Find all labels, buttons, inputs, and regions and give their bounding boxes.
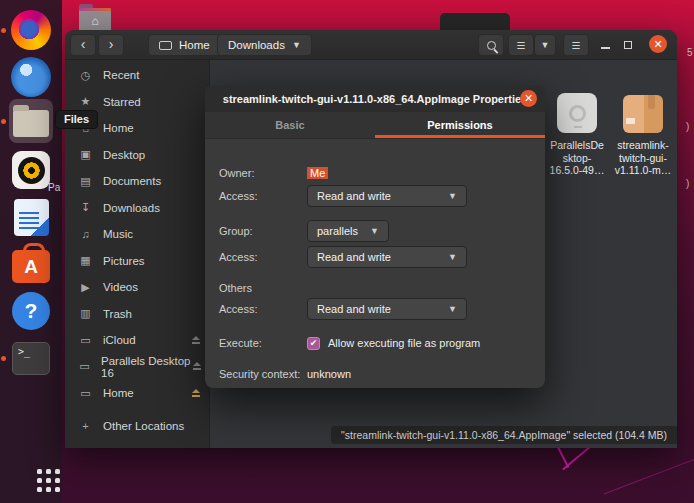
ubuntu-software-icon: A [12,250,50,283]
owner-access-dropdown[interactable]: Read and write ▼ [307,185,467,207]
group-dropdown[interactable]: parallels ▼ [307,220,389,242]
dock-item-help[interactable]: ? [9,289,53,333]
rhythmbox-icon [12,151,50,189]
dock-item-ubuntu-software[interactable]: A [9,242,53,286]
star-icon: ★ [78,95,93,108]
others-section: Others [219,280,531,296]
chevron-down-icon: ▼ [448,252,457,262]
sidebar-item-home-drive[interactable]: ▭Home [65,380,209,407]
others-access-dropdown[interactable]: Read and write ▼ [307,298,467,320]
dock-item-terminal[interactable]: >_ [9,336,53,380]
dock-item-thunderbird[interactable] [9,55,53,99]
sidebar-item-icloud[interactable]: ▭iCloud [65,327,209,354]
sidebar-item-label: Desktop [103,149,145,161]
drive-icon: ▭ [78,360,91,373]
file-streamlink-appimage[interactable]: streamlink- twitch-gui- v1.11.0-m… [612,93,674,177]
minimize-button[interactable] [601,47,610,49]
access-label: Access: [219,251,307,263]
owner-access-row: Access: Read and write ▼ [219,185,531,207]
running-indicator [1,28,6,33]
maximize-button[interactable] [624,41,632,49]
breadcrumb-home-label: Home [179,39,210,51]
file-label: streamlink- twitch-gui- v1.11.0-m… [615,139,671,177]
access-label: Access: [219,190,307,202]
desktop-icon: ▣ [78,148,93,161]
recent-icon: ◷ [78,69,93,82]
background-window-tab[interactable] [440,13,510,31]
dialog-close-button[interactable]: ✕ [520,90,537,107]
search-button[interactable] [478,34,504,56]
dock-tooltip: Files [55,110,98,129]
show-applications-button[interactable] [37,469,60,492]
window-headerbar: ‹ › Home Downloads ▼ ☰ ▼ ☰ [65,30,677,60]
trash-icon: ▥ [78,307,93,320]
desktop-label-fragment: ) [686,121,689,132]
sidebar-item-recent[interactable]: ◷Recent [65,62,209,89]
appimage-package-icon [623,95,663,133]
sidebar-item-label: Home [103,122,134,134]
desktop-label-fragment: 5 [687,47,693,58]
wallpaper-streak [604,451,694,495]
execute-row: Execute: ✔ Allow executing file as progr… [219,334,531,352]
dialog-body: Owner: Me Access: Read and write ▼ Group… [205,139,545,388]
dialog-tabs: Basic Permissions [205,112,545,139]
sidebar-item-trash[interactable]: ▥Trash [65,301,209,328]
desktop: ⌂ Pa 5 ) ) A ? >_ [0,0,694,503]
sidebar-item-music[interactable]: ♫Music [65,221,209,248]
sidebar-item-other-locations[interactable]: +Other Locations [65,413,209,440]
access-label: Access: [219,303,307,315]
sidebar-item-label: iCloud [103,334,136,346]
others-access-row: Access: Read and write ▼ [219,298,531,320]
dropdown-value: Read and write [317,251,391,263]
dialog-titlebar[interactable]: streamlink-twitch-gui-v1.11.0-x86_64.App… [205,85,545,112]
dock-item-rhythmbox[interactable] [9,148,53,192]
sidebar-item-parallels-desktop-16[interactable]: ▭Parallels Desktop 16 [65,354,209,381]
dock-item-libreoffice-writer[interactable] [9,195,53,239]
libreoffice-writer-icon [14,199,49,236]
sidebar-item-desktop[interactable]: ▣Desktop [65,142,209,169]
eject-icon[interactable] [192,362,201,371]
list-view-icon: ☰ [517,40,526,51]
running-indicator [1,119,6,124]
tab-permissions[interactable]: Permissions [375,112,545,138]
drive-icon: ▭ [78,387,93,400]
downloads-icon: ↧ [78,201,93,214]
view-options-button[interactable]: ▼ [534,34,556,56]
desktop-label-fragment: ) [686,178,689,189]
chevron-down-icon: ▼ [448,191,457,201]
eject-icon[interactable] [191,389,201,398]
security-context-value: unknown [307,368,351,380]
sidebar-item-pictures[interactable]: ▦Pictures [65,248,209,275]
window-menu-button[interactable]: ☰ [563,34,589,56]
sidebar-item-videos[interactable]: ▶Videos [65,274,209,301]
eject-icon[interactable] [191,336,201,345]
owner-value: Me [307,167,328,179]
list-view-button[interactable]: ☰ [508,34,534,56]
dock-item-files[interactable] [9,99,53,143]
chevron-down-icon: ▼ [448,304,457,314]
back-button[interactable]: ‹ [70,34,96,56]
breadcrumb-downloads-button[interactable]: Downloads ▼ [217,34,312,56]
execute-label: Execute: [219,337,307,349]
tab-basic[interactable]: Basic [205,112,375,138]
sidebar-item-label: Other Locations [103,420,184,432]
security-context-row: Security context: unknown [219,366,531,382]
dock-item-firefox[interactable] [9,8,53,52]
dialog-title: streamlink-twitch-gui-v1.11.0-x86_64.App… [223,93,527,105]
chevron-down-icon: ▼ [292,40,301,50]
sidebar-item-documents[interactable]: ▤Documents [65,168,209,195]
sidebar-item-label: Recent [103,69,139,81]
dropdown-value: Read and write [317,190,391,202]
sidebar-item-label: Videos [103,281,138,293]
thunderbird-icon [11,57,51,97]
breadcrumb-home-button[interactable]: Home [148,34,221,56]
forward-button[interactable]: › [98,34,124,56]
window-close-button[interactable]: ✕ [649,35,667,53]
sidebar-item-label: Documents [103,175,161,187]
drive-icon: ▭ [78,334,93,347]
execute-checkbox[interactable]: ✔ [307,337,320,350]
dropdown-value: parallels [317,225,358,237]
file-parallels-desktop[interactable]: ParallelsDe sktop- 16.5.0-49… [546,93,608,177]
group-access-dropdown[interactable]: Read and write ▼ [307,246,467,268]
sidebar-item-downloads[interactable]: ↧Downloads [65,195,209,222]
